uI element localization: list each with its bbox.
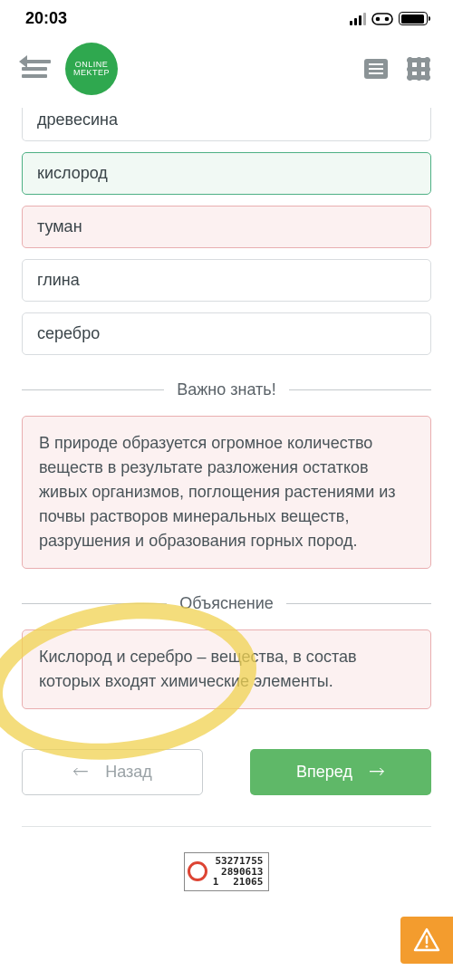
answer-option[interactable]: серебро <box>22 312 431 355</box>
answer-option[interactable]: кислород <box>22 152 431 195</box>
svg-point-1 <box>376 16 381 21</box>
list-icon[interactable] <box>364 59 388 79</box>
signal-icon <box>350 13 367 25</box>
battery-icon <box>399 12 428 25</box>
answer-option-label: туман <box>37 217 82 235</box>
alert-button[interactable] <box>400 917 453 964</box>
counter-n3a: 1 <box>213 877 219 888</box>
answer-option[interactable]: туман <box>22 206 431 248</box>
answer-option-label: серебро <box>37 324 100 342</box>
arrow-left-icon: 🡐 <box>72 763 89 782</box>
counter-ring-icon <box>188 861 207 881</box>
answer-option-label: древесина <box>37 110 118 129</box>
language-icon[interactable] <box>406 56 431 82</box>
visitor-counter: 53271755 2890613 1 21065 <box>184 852 270 891</box>
explanation-divider: Объяснение <box>22 594 431 613</box>
forward-button[interactable]: Вперед 🡒 <box>250 749 431 795</box>
status-indicators <box>350 12 429 25</box>
forward-label: Вперед <box>296 763 352 782</box>
back-label: Назад <box>105 763 152 782</box>
logo[interactable]: ONLINE MEKTEP <box>65 43 118 95</box>
svg-rect-0 <box>372 14 392 24</box>
counter-n3b: 21065 <box>233 877 263 888</box>
svg-point-2 <box>385 16 390 21</box>
answer-option-label: кислород <box>37 164 108 182</box>
explanation-title: Объяснение <box>179 594 274 613</box>
counter-n1: 53271755 <box>213 856 264 867</box>
explanation-body: Кислород и серебро – вещества, в состав … <box>39 648 357 690</box>
arrow-right-icon: 🡒 <box>369 763 385 782</box>
answer-option-label: глина <box>37 271 80 289</box>
main-content: древесинакислородтуманглинасеребро Важно… <box>0 108 453 891</box>
hotspot-icon <box>371 13 393 25</box>
answer-option[interactable]: глина <box>22 259 431 302</box>
important-body: В природе образуется огромное количество… <box>39 434 396 550</box>
status-bar: 20:03 <box>0 0 453 32</box>
answer-options: древесинакислородтуманглинасеребро <box>22 108 431 355</box>
explanation-box: Кислород и серебро – вещества, в состав … <box>22 629 431 709</box>
svg-point-4 <box>426 946 429 948</box>
warning-icon <box>413 927 440 953</box>
answer-option[interactable]: древесина <box>22 108 431 141</box>
important-divider: Важно знать! <box>22 380 431 399</box>
logo-line2: MEKTEP <box>73 69 110 77</box>
footer: 53271755 2890613 1 21065 <box>22 826 431 891</box>
nav-buttons: 🡐 Назад Вперед 🡒 <box>22 749 431 795</box>
explanation-wrap: Кислород и серебро – вещества, в состав … <box>22 629 431 709</box>
important-box: В природе образуется огромное количество… <box>22 416 431 569</box>
back-button[interactable]: 🡐 Назад <box>22 749 203 795</box>
app-header: ONLINE MEKTEP <box>0 32 453 108</box>
status-time: 20:03 <box>25 9 67 28</box>
important-title: Важно знать! <box>177 380 275 399</box>
menu-icon[interactable] <box>22 58 51 80</box>
